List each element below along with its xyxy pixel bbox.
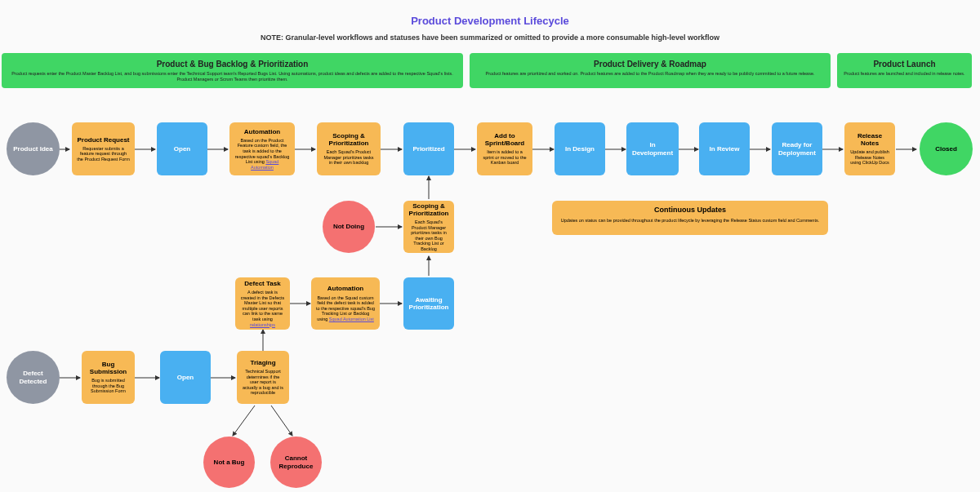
svg-line-22 [271, 406, 292, 436]
desc: Based on the Product Feature custom fiel… [234, 138, 290, 171]
desc: Based on the Squad custom field the defe… [316, 295, 375, 322]
node-product-idea: Product Idea [7, 122, 60, 175]
label: Open [174, 145, 190, 153]
svg-line-21 [233, 406, 255, 436]
label: Continuous Updates [560, 206, 820, 214]
node-product-request: Product Request Requester submits a feat… [72, 122, 135, 175]
label: Product Idea [13, 145, 52, 153]
label: Not Doing [333, 223, 364, 230]
node-continuous-updates: Continuous Updates Updates on status can… [552, 201, 828, 235]
node-in-design: In Design [555, 122, 605, 175]
desc: Item is added to a sprint or moved to th… [482, 149, 528, 166]
desc: Each Squad's Product Manager prioritizes… [322, 149, 376, 166]
node-open-1: Open [157, 122, 207, 175]
desc: A defect task is created in the Defects … [240, 290, 285, 327]
label: Not a Bug [214, 459, 245, 466]
label: Product Request [77, 136, 129, 144]
label: Bug Submission [87, 361, 130, 375]
label: Defect Detected [11, 370, 55, 384]
label: In Development [631, 141, 674, 156]
desc: Bug is submitted through the Bug Submiss… [87, 378, 130, 394]
node-ready-for-deployment: Ready for Deployment [772, 122, 822, 175]
label: Ready for Deployment [777, 141, 817, 156]
label: Open [177, 374, 194, 381]
node-in-development: In Development [626, 122, 679, 175]
label: Automation [244, 128, 280, 135]
node-automation-2: Automation Based on the Squad custom fie… [311, 277, 380, 330]
label: Scoping & Prioritization [322, 132, 376, 147]
label: Release Notes [849, 132, 890, 147]
desc: Technical Support determines if the user… [242, 369, 284, 396]
label: Closed [935, 145, 957, 153]
node-add-to-sprint: Add to Sprint/Board Item is added to a s… [477, 122, 532, 175]
connector-arrows [0, 0, 980, 492]
label: Cannot Reproduce [275, 454, 317, 469]
desc: Updates on status can be provided throug… [560, 218, 820, 223]
label: In Review [710, 145, 740, 153]
label: Prioritized [412, 145, 444, 153]
label: In Design [565, 145, 595, 153]
node-defect-task: Defect Task A defect task is created in … [235, 277, 290, 330]
node-bug-submission: Bug Submission Bug is submitted through … [82, 351, 135, 404]
node-prioritized: Prioritized [403, 122, 454, 175]
label: Automation [327, 285, 363, 292]
node-scoping-2: Scoping & Prioritization Each Squad's Pr… [403, 201, 454, 253]
node-scoping-1: Scoping & Prioritization Each Squad's Pr… [317, 122, 381, 175]
node-cannot-reproduce: Cannot Reproduce [270, 437, 322, 488]
node-not-a-bug: Not a Bug [203, 437, 255, 488]
label: Triaging [250, 359, 275, 366]
node-defect-detected: Defect Detected [7, 351, 60, 404]
node-not-doing: Not Doing [323, 201, 375, 253]
desc: Update and publish Release Notes using C… [849, 149, 890, 166]
node-release-notes: Release Notes Update and publish Release… [844, 122, 895, 175]
label: Add to Sprint/Board [482, 132, 528, 147]
label: Awaiting Prioritization [408, 296, 449, 311]
node-closed: Closed [920, 122, 973, 175]
desc: Each Squad's Product Manager prioritizes… [408, 219, 449, 252]
node-triaging: Triaging Technical Support determines if… [237, 351, 289, 404]
label: Scoping & Prioritization [408, 202, 449, 217]
label: Defect Task [244, 280, 280, 287]
node-automation-1: Automation Based on the Product Feature … [229, 122, 295, 175]
node-awaiting-prioritization: Awaiting Prioritization [403, 277, 454, 330]
node-in-review: In Review [699, 122, 750, 175]
node-open-2: Open [160, 351, 211, 404]
desc: Requester submits a feature request thro… [77, 146, 130, 162]
